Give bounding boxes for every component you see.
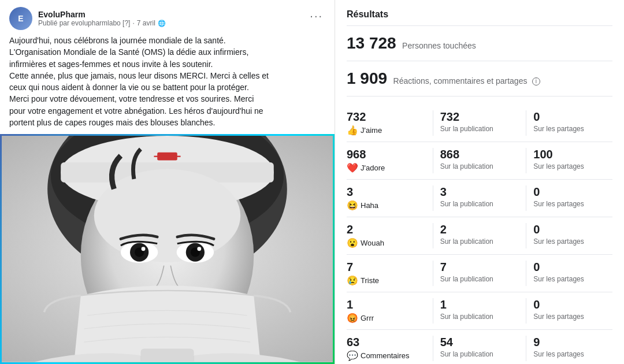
reaction-label: J'aime [361, 126, 382, 135]
reaction-row: 2 😮 Wouah 2 Sur la publication 0 Sur les… [347, 217, 612, 255]
reaction-pub-number: 54 [440, 336, 519, 349]
reaction-row: 968 ❤️ J'adore 868 Sur la publication 10… [347, 142, 612, 180]
reaction-name: 👍 J'aime [347, 125, 426, 136]
reaction-pub-label: Sur la publication [440, 200, 519, 208]
reactions-total-label: Réactions, commentaires et partages [393, 76, 528, 86]
info-icon[interactable]: i [532, 77, 540, 86]
reaction-emoji: 😆 [347, 200, 358, 211]
reaction-col-pub: 732 Sur la publication [440, 110, 527, 136]
right-panel: Résultats 13 728 Personnes touchées 1 90… [335, 0, 624, 364]
post-text-content: Aujourd'hui, nous célébrons la journée m… [9, 36, 269, 127]
reaction-col-partages: 100 Sur les partages [533, 148, 612, 173]
more-options-button[interactable]: ··· [307, 7, 325, 25]
reaction-pub-label: Sur la publication [440, 313, 519, 321]
reaction-emoji: 💬 [347, 350, 358, 361]
reaction-pub-label: Sur la publication [440, 237, 519, 246]
reaction-partages-label: Sur les partages [533, 125, 612, 133]
reaction-partages-label: Sur les partages [533, 275, 612, 283]
separator: · [132, 19, 134, 27]
reaction-pub-label: Sur la publication [440, 125, 519, 133]
reaction-pub-label: Sur la publication [440, 162, 519, 170]
reaction-pub-number: 1 [440, 298, 519, 311]
reaction-partages-number: 0 [533, 223, 612, 236]
reaction-name: 😆 Haha [347, 200, 426, 211]
reaction-pub-number: 2 [440, 223, 519, 236]
reaction-name: 😢 Triste [347, 275, 426, 286]
reaction-col-partages: 0 Sur les partages [533, 261, 612, 286]
reactions-total-block: 1 909 Réactions, commentaires et partage… [347, 69, 612, 96]
reaction-partages-label: Sur les partages [533, 350, 612, 358]
reaction-total-number: 3 [347, 185, 426, 199]
reaction-name: ❤️ J'adore [347, 162, 426, 173]
reaction-row: 7 😢 Triste 7 Sur la publication 0 Sur le… [347, 255, 612, 292]
reaction-col-pub: 7 Sur la publication [440, 261, 527, 286]
svg-point-16 [197, 247, 201, 251]
reaction-row: 1 😡 Grrr 1 Sur la publication 0 Sur les … [347, 292, 612, 330]
reaction-col-total: 732 👍 J'aime [347, 110, 433, 136]
svg-rect-7 [154, 156, 180, 157]
reaction-emoji: ❤️ [347, 162, 358, 173]
reaction-pub-number: 3 [440, 185, 519, 199]
post-header: E EvoluPharm Publié par evolupharmlabo [… [0, 0, 335, 35]
reaction-partages-number: 0 [533, 185, 612, 199]
reaction-emoji: 😢 [347, 275, 358, 286]
reaction-row: 63 💬 Commentaires 54 Sur la publication … [347, 330, 612, 364]
globe-icon: 🌐 [158, 20, 166, 27]
reach-number: 13 728 [347, 34, 396, 52]
post-sub: Publié par evolupharmlabo [?] · 7 avril … [38, 19, 166, 27]
post-text: Aujourd'hui, nous célébrons la journée m… [0, 35, 335, 134]
reaction-row: 3 😆 Haha 3 Sur la publication 0 Sur les … [347, 180, 612, 217]
published-by: Publié par evolupharmlabo [?] [38, 19, 130, 27]
post-date: 7 avril [137, 19, 155, 27]
reaction-partages-label: Sur les partages [533, 162, 612, 170]
post-image-container [0, 134, 335, 364]
reaction-col-total: 3 😆 Haha [347, 185, 433, 211]
reaction-total-number: 2 [347, 223, 426, 236]
reaction-col-pub: 2 Sur la publication [440, 223, 527, 248]
reach-label: Personnes touchées [402, 41, 476, 50]
reaction-partages-label: Sur les partages [533, 237, 612, 246]
reaction-partages-label: Sur les partages [533, 313, 612, 321]
reaction-label: Grrr [361, 314, 374, 322]
reaction-label: Commentaires [361, 351, 410, 360]
reaction-pub-number: 7 [440, 261, 519, 274]
reaction-pub-number: 732 [440, 110, 519, 124]
reaction-emoji: 😮 [347, 237, 358, 248]
reaction-col-pub: 1 Sur la publication [440, 298, 527, 324]
page-name[interactable]: EvoluPharm [38, 10, 166, 19]
svg-point-8 [94, 169, 240, 262]
reaction-rows: 732 👍 J'aime 732 Sur la publication 0 Su… [347, 105, 612, 364]
reaction-partages-number: 0 [533, 110, 612, 124]
reaction-total-number: 7 [347, 261, 426, 274]
reaction-label: Haha [361, 201, 378, 210]
post-image [2, 136, 333, 362]
reaction-col-pub: 54 Sur la publication [440, 336, 527, 361]
reaction-col-total: 1 😡 Grrr [347, 298, 433, 324]
reaction-partages-number: 9 [533, 336, 612, 349]
reaction-partages-number: 0 [533, 298, 612, 311]
reaction-name: 💬 Commentaires [347, 350, 426, 361]
stats-title: Résultats [347, 9, 612, 26]
svg-point-12 [142, 247, 146, 251]
reaction-col-total: 7 😢 Triste [347, 261, 433, 286]
reaction-label: Wouah [361, 239, 384, 247]
reaction-label: J'adore [361, 164, 385, 172]
reaction-col-total: 63 💬 Commentaires [347, 336, 433, 361]
reaction-pub-label: Sur la publication [440, 275, 519, 283]
reaction-col-pub: 868 Sur la publication [440, 148, 527, 173]
reaction-pub-number: 868 [440, 148, 519, 161]
reaction-partages-number: 0 [533, 261, 612, 274]
reaction-col-total: 968 ❤️ J'adore [347, 148, 433, 173]
reaction-pub-label: Sur la publication [440, 350, 519, 358]
reaction-row: 732 👍 J'aime 732 Sur la publication 0 Su… [347, 105, 612, 142]
post-meta: EvoluPharm Publié par evolupharmlabo [?]… [38, 10, 166, 27]
reaction-total-number: 732 [347, 110, 426, 124]
reaction-partages-label: Sur les partages [533, 200, 612, 208]
reaction-col-partages: 0 Sur les partages [533, 110, 612, 136]
svg-rect-17 [140, 349, 194, 362]
left-panel: E EvoluPharm Publié par evolupharmlabo [… [0, 0, 335, 364]
reaction-emoji: 😡 [347, 313, 358, 324]
reaction-col-pub: 3 Sur la publication [440, 185, 527, 211]
reaction-col-partages: 9 Sur les partages [533, 336, 612, 361]
reaction-name: 😡 Grrr [347, 313, 426, 324]
